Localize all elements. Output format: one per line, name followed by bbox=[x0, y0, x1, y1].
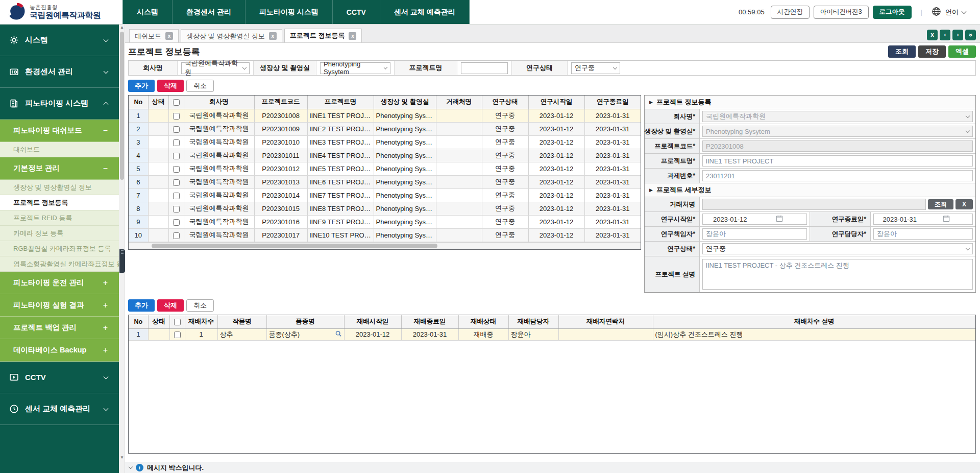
sidebar-group-basic-info[interactable]: 기본정보 관리 − bbox=[0, 157, 119, 180]
project-row[interactable]: 7 국립원예특작과학원 P202301014 lINE7 TEST PROJEC… bbox=[129, 188, 641, 202]
project-row[interactable]: 4 국립원예특작과학원 P202301011 lINE4 TEST PROJEC… bbox=[129, 149, 641, 162]
calendar-icon[interactable] bbox=[755, 215, 804, 224]
company-select[interactable]: 국립원예특작과학원 bbox=[702, 111, 973, 122]
sidebar-item-dashboard[interactable]: 대쉬보드 bbox=[0, 142, 119, 157]
project-row[interactable]: 5 국립원예특작과학원 P202301012 lINE5 TEST PROJEC… bbox=[129, 162, 641, 175]
company-filter-select[interactable]: 국립원예특작과학원 bbox=[181, 62, 250, 74]
tab-list-button[interactable]: » bbox=[965, 30, 976, 40]
sidebar-item-cctv[interactable]: CCTV bbox=[0, 362, 119, 393]
project-row[interactable]: 2 국립원예특작과학원 P202301009 lINE2 TEST PROJEC… bbox=[129, 122, 641, 135]
add-button[interactable]: 추가 bbox=[128, 299, 155, 312]
scrollbar-thumb[interactable] bbox=[152, 244, 437, 248]
search-icon[interactable] bbox=[335, 330, 342, 339]
sidebar-group-project-backup[interactable]: 프로젝트 백업 관리 + bbox=[0, 317, 119, 339]
col-status-flag[interactable]: 상태 bbox=[148, 96, 168, 109]
col-project-name[interactable]: 프로젝트명 bbox=[307, 96, 374, 109]
project-name-input[interactable] bbox=[702, 155, 973, 167]
col-chamber[interactable]: 생장상 및 촬영실 bbox=[374, 96, 436, 109]
project-row[interactable]: 6 국립원예특작과학원 P202301013 lINE6 TEST PROJEC… bbox=[129, 175, 641, 188]
sidebar-item-system[interactable]: 시스템 bbox=[0, 25, 119, 56]
task-number-input[interactable] bbox=[702, 170, 973, 181]
col-client[interactable]: 거래처명 bbox=[436, 96, 482, 109]
client-clear-button[interactable]: X bbox=[955, 199, 973, 209]
row-checkbox[interactable] bbox=[173, 206, 180, 212]
chamber-filter-select[interactable]: Phenotyping Sysytem bbox=[320, 62, 390, 74]
tab-prev-button[interactable]: ‹ bbox=[940, 30, 950, 40]
sidebar-scrollbar[interactable]: ▲ ▼ bbox=[119, 25, 125, 473]
select-all-checkbox[interactable] bbox=[173, 99, 180, 106]
row-checkbox[interactable] bbox=[173, 232, 180, 239]
excel-button[interactable]: 엑셀 bbox=[948, 45, 976, 58]
delete-button[interactable]: 삭제 bbox=[157, 80, 184, 92]
close-icon[interactable]: x bbox=[349, 32, 356, 40]
user-button[interactable]: 아이티컨버전3 bbox=[814, 6, 869, 19]
select-all-checkbox[interactable] bbox=[174, 319, 181, 325]
project-row[interactable]: 3 국립원예특작과학원 P202301010 lINE3 TEST PROJEC… bbox=[129, 135, 641, 149]
scrollbar-thumb[interactable] bbox=[120, 32, 124, 180]
sidebar-item-chamber-info[interactable]: 생장상 및 영상촬영실 정보 bbox=[0, 180, 119, 195]
sidebar-item-project-rfid[interactable]: 프로젝트 RFID 등록 bbox=[0, 210, 119, 226]
start-date-picker[interactable]: 2023-01-12 bbox=[702, 214, 807, 225]
row-checkbox[interactable] bbox=[173, 179, 180, 186]
col-start-date[interactable]: 연구시작일 bbox=[528, 96, 584, 109]
project-filter-input[interactable] bbox=[461, 62, 508, 74]
extend-time-button[interactable]: 시간연장 bbox=[771, 6, 810, 19]
nav-item-sensor-replace[interactable]: 센서 교체 예측관리 bbox=[380, 0, 470, 24]
delete-button[interactable]: 삭제 bbox=[157, 299, 184, 312]
col-crop-name[interactable]: 작물명 bbox=[217, 315, 266, 328]
language-menu[interactable]: 언어 bbox=[945, 8, 966, 17]
col-cultivation-status[interactable]: 재배상태 bbox=[458, 315, 508, 328]
row-checkbox[interactable] bbox=[173, 126, 180, 133]
sidebar-item-env-sensor[interactable]: 환경센서 관리 bbox=[0, 56, 119, 88]
nav-item-phenotyping[interactable]: 피노타이핑 시스템 bbox=[246, 0, 333, 24]
row-checkbox[interactable] bbox=[173, 153, 180, 159]
sidebar-item-project-registration[interactable]: 프로젝트 정보등록 bbox=[0, 195, 119, 210]
col-status-flag[interactable]: 상태 bbox=[148, 315, 169, 328]
col-cultivation-end[interactable]: 재배종료일 bbox=[401, 315, 458, 328]
manager-input[interactable] bbox=[702, 228, 807, 240]
panel-splitter-handle[interactable] bbox=[119, 249, 125, 273]
tab-dashboard[interactable]: 대쉬보드 x bbox=[129, 29, 179, 42]
col-end-date[interactable]: 연구종료일 bbox=[584, 96, 641, 109]
col-cultivation-start[interactable]: 재배시작일 bbox=[344, 315, 401, 328]
status-filter-select[interactable]: 연구중 bbox=[571, 62, 620, 74]
logo[interactable]: 농촌진흥청 국립원예특작과학원 bbox=[0, 0, 122, 24]
calendar-icon[interactable] bbox=[923, 215, 970, 224]
staff-input[interactable] bbox=[873, 228, 973, 240]
project-row[interactable]: 9 국립원예특작과학원 P202301016 lINE9 TEST PROJEC… bbox=[129, 215, 641, 228]
col-research-status[interactable]: 연구상태 bbox=[482, 96, 528, 109]
close-all-tabs-button[interactable]: x bbox=[927, 30, 938, 40]
project-desc-textarea[interactable]: lINE1 TEST PROJECT - 상추 건조스트레스 진행 bbox=[702, 259, 973, 290]
row-checkbox[interactable] bbox=[173, 166, 180, 173]
collapse-statusbar-icon[interactable] bbox=[129, 465, 133, 469]
close-icon[interactable]: x bbox=[165, 32, 173, 40]
row-checkbox[interactable] bbox=[173, 219, 180, 226]
project-row[interactable]: 1 국립원예특작과학원 P202301008 lINE1 TEST PROJEC… bbox=[129, 109, 641, 122]
sidebar-group-phenotyping-dashboard[interactable]: 피노타이핑 대쉬보드 − bbox=[0, 120, 119, 142]
chamber-select[interactable]: Phenotyping Sysytem bbox=[702, 126, 973, 137]
sidebar-group-operation[interactable]: 피노타이핑 운전 관리 + bbox=[0, 272, 119, 294]
sidebar-item-sensor-replace[interactable]: 센서 교체 예측관리 bbox=[0, 393, 119, 425]
sidebar-item-chlorophyll-camera-coords[interactable]: 엽록소형광촬영실 카메라좌표정보 등록 bbox=[0, 256, 119, 272]
col-cultivation-manager[interactable]: 재배담당자 bbox=[508, 315, 558, 328]
col-company[interactable]: 회사명 bbox=[184, 96, 254, 109]
row-checkbox[interactable] bbox=[173, 193, 180, 199]
col-variety-name[interactable]: 품종명 bbox=[266, 315, 344, 328]
col-grower-contact[interactable]: 재배자연락처 bbox=[558, 315, 653, 328]
project-row[interactable]: 8 국립원예특작과학원 P202301015 lINE8 TEST PROJEC… bbox=[129, 202, 641, 215]
tab-project-registration[interactable]: 프로젝트 정보등록 x bbox=[284, 29, 362, 42]
sidebar-group-database-backup[interactable]: 데이타베이스 Backup + bbox=[0, 339, 119, 362]
end-date-picker[interactable]: 2023-01-31 bbox=[873, 214, 973, 225]
row-checkbox[interactable] bbox=[174, 332, 181, 338]
search-button[interactable]: 조회 bbox=[888, 45, 916, 58]
scroll-down-icon[interactable]: ▼ bbox=[119, 455, 125, 461]
col-no[interactable]: No bbox=[129, 96, 148, 109]
row-checkbox[interactable] bbox=[173, 139, 180, 146]
tab-chamber-info[interactable]: 생장상 및 영상촬영실 정보 x bbox=[181, 29, 282, 42]
col-cultivation-order[interactable]: 재배차수 bbox=[185, 315, 217, 328]
col-cultivation-desc[interactable]: 재배차수 설명 bbox=[653, 315, 975, 328]
row-checkbox[interactable] bbox=[173, 113, 180, 120]
cancel-button[interactable]: 취소 bbox=[186, 80, 214, 92]
close-icon[interactable]: x bbox=[269, 32, 277, 40]
col-select-all[interactable] bbox=[168, 96, 184, 109]
